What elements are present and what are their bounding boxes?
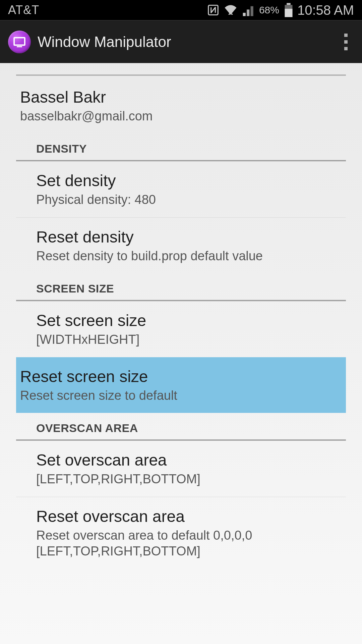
setting-subtitle: Reset overscan area to default 0,0,0,0 [… bbox=[36, 528, 326, 559]
author-email: basselbakr@gmail.com bbox=[20, 109, 342, 123]
svg-rect-4 bbox=[14, 38, 25, 45]
svg-rect-3 bbox=[285, 9, 293, 17]
app-bar: Window Manipulator bbox=[0, 20, 362, 63]
section-header-density: DENSITY bbox=[16, 133, 346, 161]
setting-title: Reset screen size bbox=[20, 367, 342, 386]
app-title: Window Manipulator bbox=[38, 34, 338, 50]
setting-title: Set screen size bbox=[36, 311, 326, 330]
overflow-dot-icon bbox=[344, 34, 348, 37]
setting-title: Set density bbox=[36, 171, 326, 190]
set-density-item[interactable]: Set density Physical density: 480 bbox=[16, 161, 346, 218]
wifi-icon bbox=[224, 4, 238, 16]
overflow-dot-icon bbox=[344, 40, 348, 44]
author-item[interactable]: Bassel Bakr basselbakr@gmail.com bbox=[0, 76, 362, 133]
nfc-icon bbox=[207, 4, 220, 16]
app-icon bbox=[8, 31, 31, 53]
status-right-group: 68% 10:58 AM bbox=[207, 3, 354, 18]
status-bar: AT&T 68% 10:58 AM bbox=[0, 0, 362, 20]
setting-subtitle: [WIDTHxHEIGHT] bbox=[36, 332, 326, 348]
setting-title: Set overscan area bbox=[36, 451, 326, 469]
clock: 10:58 AM bbox=[297, 3, 354, 18]
carrier-label: AT&T bbox=[8, 3, 39, 17]
author-name: Bassel Bakr bbox=[20, 88, 342, 106]
setting-subtitle: Reset density to build.prop default valu… bbox=[36, 248, 326, 264]
overflow-menu-button[interactable] bbox=[338, 29, 354, 55]
reset-screen-size-item[interactable]: Reset screen size Reset screen size to d… bbox=[16, 357, 346, 413]
reset-overscan-item[interactable]: Reset overscan area Reset overscan area … bbox=[16, 497, 346, 569]
section-header-overscan: OVERSCAN AREA bbox=[16, 413, 346, 441]
setting-subtitle: [LEFT,TOP,RIGHT,BOTTOM] bbox=[36, 471, 326, 487]
battery-percent: 68% bbox=[259, 4, 279, 16]
svg-rect-1 bbox=[287, 3, 290, 5]
signal-icon bbox=[242, 4, 255, 16]
reset-density-item[interactable]: Reset density Reset density to build.pro… bbox=[16, 218, 346, 274]
svg-rect-5 bbox=[17, 46, 22, 47]
battery-icon bbox=[284, 3, 293, 17]
set-screen-size-item[interactable]: Set screen size [WIDTHxHEIGHT] bbox=[16, 301, 346, 357]
setting-subtitle: Physical density: 480 bbox=[36, 192, 326, 208]
overflow-dot-icon bbox=[344, 47, 348, 50]
setting-subtitle: Reset screen size to default bbox=[20, 388, 342, 404]
setting-title: Reset density bbox=[36, 228, 326, 246]
section-header-screen-size: SCREEN SIZE bbox=[16, 273, 346, 301]
settings-list: Bassel Bakr basselbakr@gmail.com DENSITY… bbox=[0, 74, 362, 569]
set-overscan-item[interactable]: Set overscan area [LEFT,TOP,RIGHT,BOTTOM… bbox=[16, 441, 346, 497]
setting-title: Reset overscan area bbox=[36, 507, 326, 526]
